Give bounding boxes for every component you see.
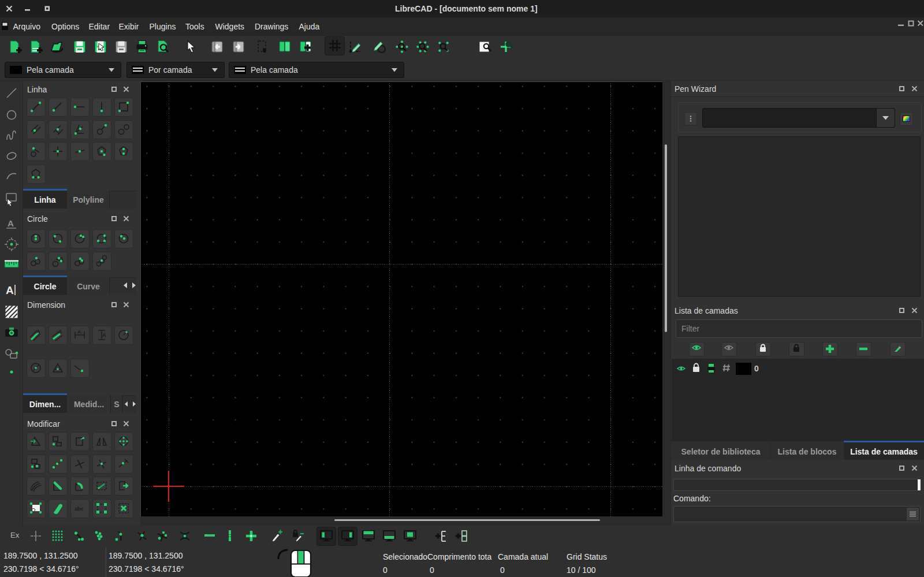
svg-text:A: A xyxy=(77,329,81,335)
svg-text:A: A xyxy=(8,218,14,228)
svg-text:A: A xyxy=(36,329,40,334)
svg-text:A: A xyxy=(102,332,106,338)
svg-text:A: A xyxy=(6,284,14,296)
svg-text:abc: abc xyxy=(74,506,84,512)
svg-text:A: A xyxy=(58,329,62,334)
